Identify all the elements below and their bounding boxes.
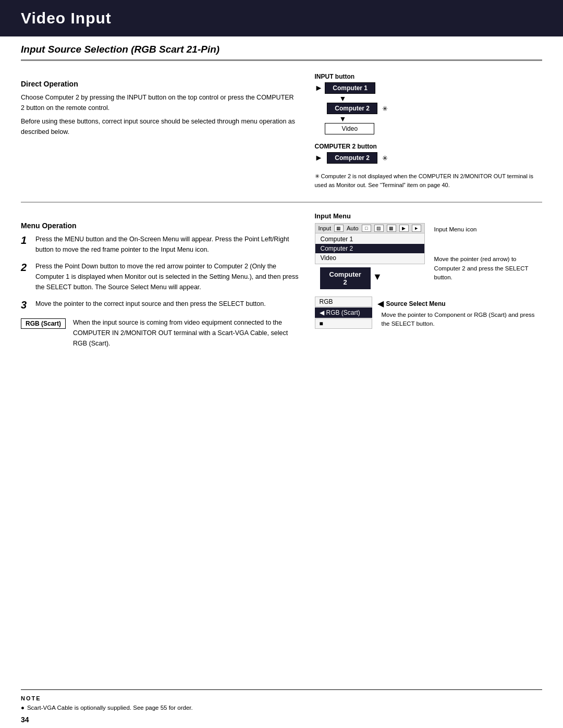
- source-scart-text: RGB (Scart): [326, 309, 360, 316]
- arrow-right-icon-4: ►: [315, 153, 323, 163]
- computer2-btn-2: Computer 2: [327, 152, 377, 164]
- topbar-icon-3: ▩: [387, 225, 396, 232]
- computer1-row: ► Computer 1: [315, 82, 543, 94]
- source-menu-rgb: RGB: [315, 297, 372, 307]
- section-divider: [21, 202, 542, 203]
- pointer-note: Move the pointer (red arrow) to Computer…: [434, 255, 542, 282]
- step-text-3: Move the pointer to the correct input so…: [35, 299, 266, 311]
- arrow-down-2: ▼: [339, 115, 543, 122]
- computer2-big-btn: Computer2: [320, 267, 371, 289]
- asterisk-computer2: ✳: [382, 105, 388, 113]
- input-menu-ui-row: Input ▦ Auto □ ▨ ▩ ▶ ► Computer 1 Comput…: [315, 223, 543, 289]
- note-bullet: ●: [21, 704, 25, 712]
- source-menu-list: RGB ◀ RGB (Scart) ■: [315, 297, 372, 329]
- topbar-icon-1: □: [362, 225, 371, 232]
- section-title: Input Source Selection (RGB Scart 21-Pin…: [21, 36, 542, 61]
- input-menu-ui: Input ▦ Auto □ ▨ ▩ ▶ ► Computer 1 Comput…: [315, 223, 425, 289]
- computer2-row: ► Computer 2 ✳: [315, 103, 543, 114]
- menu-topbar: Input ▦ Auto □ ▨ ▩ ▶ ►: [315, 224, 424, 233]
- menu-row-video: Video: [315, 253, 424, 263]
- source-move-note: Move the pointer to Component or RGB (Sc…: [382, 311, 543, 329]
- step-1: 1 Press the MENU button and the On-Scree…: [21, 234, 299, 255]
- menu-op-left: Menu Operation 1 Press the MENU button a…: [21, 212, 299, 349]
- rgb-scart-label: RGB (Scart): [21, 318, 66, 329]
- page-header: Video Input: [0, 0, 563, 36]
- computer1-btn: Computer 1: [325, 82, 375, 94]
- video-btn: Video: [325, 123, 374, 134]
- topbar-auto: Auto: [347, 225, 359, 231]
- source-select-label: Source Select Menu: [386, 300, 446, 307]
- source-menu-row-container: RGB ◀ RGB (Scart) ■ ◀ Source Select Menu…: [315, 297, 543, 329]
- computer2-button-label: COMPUTER 2 button: [315, 143, 543, 150]
- topbar-icon-2: ▨: [374, 225, 384, 232]
- page-title: Video Input: [21, 9, 542, 27]
- computer2-button-diagram: COMPUTER 2 button ► Computer 2 ✳: [315, 143, 543, 164]
- source-menu-notes: ◀ Source Select Menu Move the pointer to…: [377, 297, 543, 329]
- arrow-right-icon: ►: [315, 83, 323, 93]
- computer2-big-row: Computer2 ▼: [315, 264, 425, 289]
- topbar-icon-5: ►: [412, 225, 421, 232]
- menu-row-computer1: Computer 1: [315, 235, 424, 244]
- topbar-icon-4: ▶: [399, 225, 409, 232]
- source-menu-scart: ◀ RGB (Scart): [315, 307, 372, 318]
- note-title: NOTE: [21, 695, 542, 701]
- note-body: Scart-VGA Cable is optionally supplied. …: [27, 704, 193, 712]
- step-text-1: Press the MENU button and the On-Screen …: [35, 234, 299, 255]
- menu-op-title: Menu Operation: [21, 221, 299, 230]
- step-num-2: 2: [21, 261, 30, 292]
- direct-op-title: Direct Operation: [21, 80, 299, 88]
- step-num-1: 1: [21, 234, 30, 255]
- step-3: 3 Move the pointer to the correct input …: [21, 299, 299, 311]
- computer2-btn: Computer 2: [327, 103, 377, 114]
- direct-op-body1: Choose Computer 2 by pressing the INPUT …: [21, 92, 299, 113]
- rgb-scart-row: RGB (Scart) When the input source is com…: [21, 317, 299, 349]
- video-row: ► Video: [315, 123, 543, 134]
- down-arrow-c2: ▼: [373, 272, 382, 282]
- asterisk-computer2-2: ✳: [382, 154, 388, 162]
- topbar-input: Input: [319, 225, 331, 231]
- footnote-asterisk: ✳ Computer 2 is not displayed when the C…: [315, 172, 543, 189]
- input-button-label: INPUT button: [315, 73, 543, 80]
- direct-op-right: INPUT button ► Computer 1 ▼ ► Computer 2…: [315, 70, 543, 189]
- step-num-3: 3: [21, 299, 30, 311]
- source-select-label-row: ◀ Source Select Menu: [377, 299, 543, 309]
- computer2-btn-row: ► Computer 2 ✳: [315, 152, 543, 164]
- page-number: 34: [21, 715, 29, 724]
- arrow-left-icon: ◀: [377, 299, 384, 309]
- source-menu-box: RGB ◀ RGB (Scart) ■ ◀ Source Select Menu…: [315, 297, 543, 329]
- direct-op-left: Direct Operation Choose Computer 2 by pr…: [21, 70, 299, 189]
- input-menu-notes: Input Menu icon Move the pointer (red ar…: [430, 223, 542, 282]
- source-menu-blank: ■: [315, 318, 372, 329]
- menu-operation-section: Menu Operation 1 Press the MENU button a…: [21, 212, 542, 349]
- menu-op-right: Input Menu Input ▦ Auto □ ▨ ▩ ▶ ►: [315, 212, 543, 349]
- input-menu-icon-note: Input Menu icon: [434, 225, 542, 234]
- arrow-down-1: ▼: [339, 95, 543, 102]
- menu-ui-container: Input ▦ Auto □ ▨ ▩ ▶ ► Computer 1 Comput…: [315, 223, 425, 264]
- computer2-big-text: Computer2: [329, 270, 361, 286]
- input-menu-label: Input Menu: [315, 212, 543, 220]
- menu-rows: Computer 1 Computer 2 Video: [315, 233, 424, 264]
- rgb-scart-text: When the input source is coming from vid…: [73, 317, 299, 349]
- step-2: 2 Press the Point Down button to move th…: [21, 261, 299, 292]
- topbar-icon-monitor: ▦: [334, 225, 344, 232]
- input-button-diagram: INPUT button ► Computer 1 ▼ ► Computer 2…: [315, 73, 543, 134]
- arrow-left-source: ◀: [320, 309, 324, 316]
- menu-row-computer2: Computer 2: [315, 244, 424, 253]
- note-section: NOTE ● Scart-VGA Cable is optionally sup…: [21, 689, 542, 712]
- note-text: ● Scart-VGA Cable is optionally supplied…: [21, 704, 542, 712]
- direct-operation-section: Direct Operation Choose Computer 2 by pr…: [21, 70, 542, 189]
- direct-op-body2: Before using these buttons, correct inpu…: [21, 116, 299, 137]
- step-text-2: Press the Point Down button to move the …: [35, 261, 299, 292]
